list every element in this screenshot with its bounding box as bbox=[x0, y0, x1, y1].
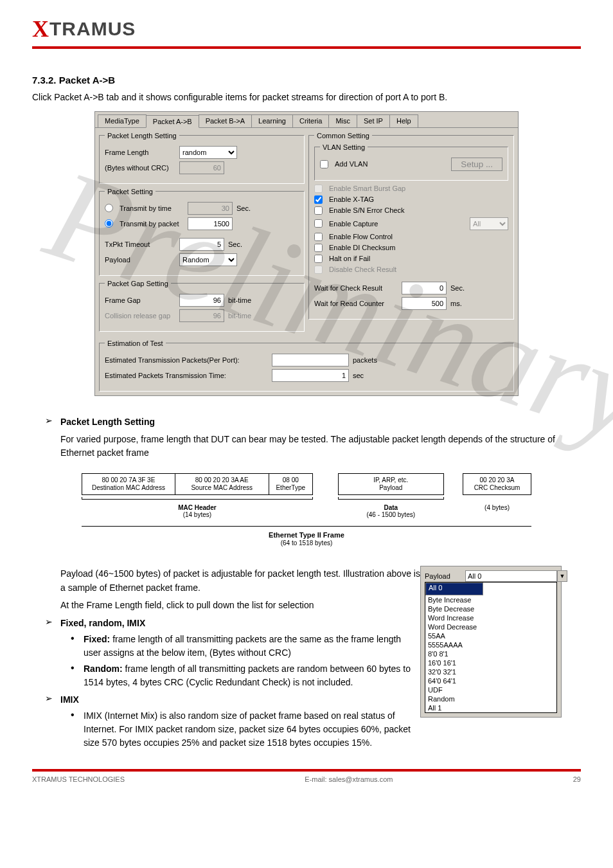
crc-box: 00 20 20 3A CRC Checksum bbox=[463, 473, 531, 495]
payload-opt[interactable]: All 0 bbox=[425, 583, 483, 595]
xtag-check[interactable] bbox=[314, 195, 323, 204]
tab-misc[interactable]: Misc bbox=[328, 114, 357, 127]
frame-gap-unit: bit-time bbox=[228, 296, 251, 304]
waitread-input[interactable] bbox=[402, 297, 447, 310]
section-heading: 7.3.2. Packet A->B bbox=[32, 75, 581, 86]
transmit-packet-input[interactable] bbox=[188, 217, 233, 230]
frame-length-label: Frame Length bbox=[105, 149, 175, 156]
capture-label: Enable Capture bbox=[329, 220, 466, 228]
frame-length-select[interactable]: random bbox=[179, 146, 237, 159]
frame-gap-input[interactable] bbox=[179, 294, 224, 307]
di-label: Enable DI Checksum bbox=[329, 244, 395, 251]
ethertype-box: 08 00 EtherType bbox=[269, 473, 313, 495]
est-time-input[interactable] bbox=[272, 369, 349, 382]
collision-gap-unit: bit-time bbox=[228, 312, 251, 320]
payload-opt[interactable]: 64'0 64'1 bbox=[425, 676, 556, 685]
dropdown-icon[interactable]: ▼ bbox=[557, 570, 567, 582]
payload-opt[interactable]: 16'0 16'1 bbox=[425, 658, 556, 667]
dot-icon: • bbox=[71, 633, 84, 660]
payload-opt[interactable]: Word Increase bbox=[425, 613, 556, 622]
payload-opt[interactable]: 32'0 32'1 bbox=[425, 667, 556, 676]
capture-select[interactable]: All bbox=[470, 217, 508, 230]
footer-page: 29 bbox=[573, 775, 581, 783]
payload-opt[interactable]: Byte Decrease bbox=[425, 604, 556, 613]
smartburst-check[interactable] bbox=[314, 185, 323, 193]
payload-select[interactable]: Random bbox=[179, 253, 237, 266]
vlan-group: VLAN Setting Add VLAN Setup ... bbox=[314, 143, 508, 181]
payload-opt[interactable]: UDF bbox=[425, 685, 556, 694]
tab-setip[interactable]: Set IP bbox=[357, 114, 390, 127]
tab-mediatype[interactable]: MediaType bbox=[98, 114, 147, 127]
waitcheck-label: Wait for Check Result bbox=[314, 284, 398, 292]
dmac-label: Destination MAC Address bbox=[86, 484, 171, 492]
transmit-packet-radio[interactable] bbox=[105, 219, 113, 228]
addvlan-label: Add VLAN bbox=[335, 160, 447, 168]
di-check[interactable] bbox=[314, 244, 323, 252]
tab-help[interactable]: Help bbox=[389, 114, 418, 127]
pl-top: IP, ARP, etc. bbox=[342, 476, 440, 484]
header-bar: XTRAMUS bbox=[32, 15, 581, 49]
payload-dd-input[interactable] bbox=[465, 570, 557, 582]
dot-icon: • bbox=[71, 662, 84, 689]
smac-box: 80 00 20 20 3A AE Source MAC Address bbox=[175, 473, 269, 495]
bullet-pls-title: Packet Length Setting bbox=[60, 417, 155, 427]
payload-opt[interactable]: Word Decrease bbox=[425, 622, 556, 631]
crc-hex: 00 20 20 3A bbox=[467, 476, 527, 484]
txpkt-timeout-input[interactable] bbox=[179, 238, 224, 251]
sub-random-text: frame length of all transmitting packets… bbox=[84, 664, 411, 687]
collision-gap-label: Collision release gap bbox=[105, 312, 175, 320]
logo-text: TRAMUS bbox=[49, 18, 136, 39]
sub-random: • Random: frame length of all transmitti… bbox=[71, 662, 420, 689]
sub-imix: • IMIX (Internet Mix) is also random siz… bbox=[71, 709, 420, 750]
discheck-check[interactable] bbox=[314, 266, 323, 274]
tab-criteria[interactable]: Criteria bbox=[292, 114, 329, 127]
footer-left: XTRAMUS TECHNOLOGIES bbox=[32, 775, 125, 783]
bullet-fixed-title: Fixed, random, IMIX bbox=[60, 618, 145, 628]
mac-header-label: MAC Header bbox=[178, 504, 216, 511]
collision-gap-input[interactable] bbox=[179, 309, 224, 322]
transmit-time-input[interactable] bbox=[188, 202, 233, 215]
payload-option-list: All 0 Byte Increase Byte Decrease Word I… bbox=[425, 582, 557, 713]
sub-fixed-text: frame length of all transmitting packets… bbox=[84, 634, 401, 658]
packet-setting-group: Packet Setting Transmit by time Sec. Tra… bbox=[99, 188, 305, 276]
flow-check[interactable] bbox=[314, 233, 323, 241]
payload-opt[interactable]: 55AA bbox=[425, 631, 556, 640]
tab-packet-ba[interactable]: Packet B->A bbox=[199, 114, 252, 127]
logo: XTRAMUS bbox=[32, 19, 136, 41]
payload-opt[interactable]: 8'0 8'1 bbox=[425, 649, 556, 658]
waitcheck-input[interactable] bbox=[402, 282, 447, 294]
packet-gap-group: Packet Gap Setting Frame Gap bit-time Co… bbox=[99, 280, 305, 332]
payload-dropdown-figure: Payload ▼ All 0 Byte Increase Byte Decre… bbox=[420, 566, 562, 718]
transmit-time-radio[interactable] bbox=[105, 204, 113, 212]
pls-desc: For varied purpose, frame length that DU… bbox=[60, 433, 581, 460]
bytes-input[interactable] bbox=[179, 161, 224, 174]
sub-imix-text: IMIX (Internet Mix) is also random size … bbox=[84, 709, 420, 750]
sub-random-bold: Random: bbox=[84, 664, 125, 674]
et-hex: 08 00 bbox=[273, 476, 308, 484]
bullet-icon: ➢ bbox=[45, 415, 60, 429]
cs-legend: Common Setting bbox=[314, 132, 372, 140]
tab-packet-ab[interactable]: Packet A->B bbox=[146, 115, 199, 128]
smartburst-label: Enable Smart Burst Gap bbox=[329, 185, 405, 192]
halt-check[interactable] bbox=[314, 255, 323, 263]
frame-gap-label: Frame Gap bbox=[105, 296, 175, 304]
payload-desc: Payload (46~1500 bytes) of packet is adj… bbox=[60, 567, 420, 595]
payload-opt[interactable]: Random bbox=[425, 694, 556, 703]
logo-x: X bbox=[32, 16, 49, 42]
data-bytes: (46 - 1500 bytes) bbox=[366, 511, 415, 518]
addvlan-check[interactable] bbox=[320, 160, 328, 168]
payload-opt[interactable]: All 1 bbox=[425, 703, 556, 712]
snerr-check[interactable] bbox=[314, 206, 323, 215]
tab-learning[interactable]: Learning bbox=[251, 114, 293, 127]
dmac-hex: 80 00 20 7A 3F 3E bbox=[86, 476, 171, 484]
common-setting-group: Common Setting VLAN Setting Add VLAN Set… bbox=[308, 132, 514, 320]
payload-opt[interactable]: 5555AAAA bbox=[425, 640, 556, 649]
est-packets-input[interactable] bbox=[272, 354, 349, 366]
capture-check[interactable] bbox=[314, 219, 323, 228]
vlan-setup-button[interactable]: Setup ... bbox=[451, 158, 502, 171]
crc-bytes: (4 bytes) bbox=[484, 504, 510, 511]
halt-label: Halt on if Fail bbox=[329, 255, 370, 262]
xtag-label: Enable X-TAG bbox=[329, 195, 374, 203]
payload-label: Payload bbox=[105, 256, 175, 264]
payload-opt[interactable]: Byte Increase bbox=[425, 595, 556, 604]
